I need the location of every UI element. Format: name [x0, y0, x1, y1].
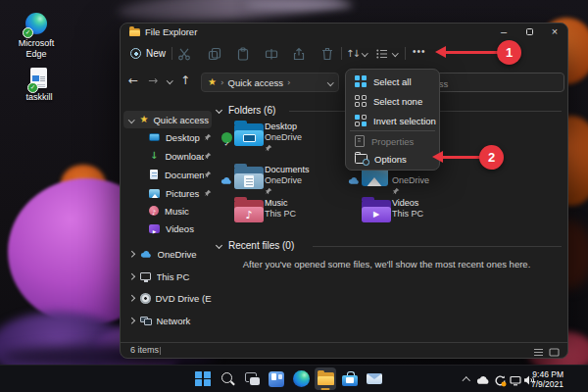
sync-tray-icon[interactable] — [494, 374, 507, 387]
sidebar-item-pictures[interactable]: Pictures — [123, 184, 212, 202]
share-button[interactable] — [292, 47, 306, 61]
recent-files-empty-message: After you've opened some files, we'll sh… — [212, 259, 562, 270]
recent-files-section-header[interactable]: Recent files (0) — [228, 240, 294, 251]
dvd-drive-icon — [140, 293, 151, 304]
title-bar[interactable]: File Explorer – × — [121, 24, 567, 40]
sidebar-item-documents[interactable]: Documents — [123, 166, 212, 183]
close-button[interactable]: × — [542, 24, 567, 40]
toolbar-divider — [172, 47, 172, 60]
tray-time: 9:46 PM — [520, 369, 564, 380]
chevron-down-icon — [392, 50, 398, 56]
tray-overflow-chevron[interactable] — [463, 377, 470, 385]
sidebar-item-dvd-drive[interactable]: DVD Drive (E:) ESD-I — [123, 289, 212, 307]
folders-section-header[interactable]: Folders (6) — [228, 105, 275, 116]
sidebar-item-quick-access[interactable]: ★ Quick access — [123, 111, 212, 128]
sidebar-item-this-pc[interactable]: This PC — [123, 268, 212, 285]
folders-section-chevron[interactable] — [216, 107, 222, 114]
taskbar-clock[interactable]: 9:46 PM 7/9/2021 — [520, 369, 564, 390]
folder-item-music[interactable]: ♪ Music This PC — [221, 197, 345, 236]
step-number-badge: 1 — [497, 40, 521, 65]
chevron-right-icon[interactable] — [128, 273, 134, 279]
store-taskbar-button[interactable] — [339, 368, 361, 390]
chevron-down-icon[interactable] — [327, 79, 333, 85]
sidebar-item-downloads[interactable]: ↓ Downloads — [123, 147, 212, 165]
folder-title: Desktop — [265, 122, 302, 132]
pictures-icon — [149, 189, 160, 198]
file-explorer-taskbar-button[interactable] — [315, 368, 336, 390]
task-view-icon — [244, 371, 261, 387]
large-icons-view-button[interactable] — [549, 347, 560, 356]
breadcrumb[interactable]: ★ › Quick access › — [201, 73, 339, 92]
chevron-right-icon[interactable] — [128, 318, 134, 323]
items-count: 6 items — [130, 343, 159, 358]
maximize-button[interactable] — [516, 24, 542, 40]
chevron-down-icon[interactable] — [128, 117, 134, 122]
see-more-button[interactable]: ••• — [413, 46, 426, 57]
recent-locations-chevron[interactable] — [167, 77, 172, 83]
menu-item-properties: Properties — [348, 132, 437, 150]
task-view-button[interactable] — [241, 368, 263, 390]
breadcrumb-root[interactable]: Quick access — [228, 77, 284, 88]
cloud-status-icon — [348, 176, 361, 185]
plus-icon — [130, 48, 141, 59]
folder-subtitle: This PC — [392, 209, 423, 220]
folder-title: Documents — [265, 165, 310, 175]
folder-title: Music — [265, 198, 296, 209]
view-button[interactable] — [375, 47, 389, 61]
pin-icon — [265, 144, 272, 152]
menu-item-select-all[interactable]: Select all — [348, 72, 437, 91]
search-button[interactable] — [217, 368, 238, 390]
paste-button[interactable] — [236, 47, 250, 61]
folder-subtitle: OneDrive — [265, 175, 310, 186]
new-button[interactable]: New — [130, 45, 166, 62]
widgets-icon — [269, 371, 284, 387]
onedrive-cloud-icon — [140, 250, 153, 259]
pin-icon — [392, 187, 400, 195]
copy-button[interactable] — [208, 47, 221, 61]
sidebar-item-desktop[interactable]: Desktop — [123, 128, 212, 146]
desktop-folder-icon — [234, 123, 264, 146]
music-icon — [149, 206, 159, 216]
rename-button[interactable] — [265, 47, 278, 61]
folder-item-desktop[interactable]: Desktop OneDrive — [221, 121, 345, 160]
toolbar-divider — [405, 47, 406, 60]
folder-subtitle: OneDrive — [265, 132, 302, 143]
delete-button[interactable] — [320, 47, 334, 61]
options-folder-gear-icon — [355, 154, 368, 164]
onedrive-tray-icon[interactable] — [476, 375, 491, 385]
minimize-button[interactable]: – — [491, 24, 516, 40]
chevron-right-icon[interactable] — [128, 251, 134, 257]
back-button[interactable]: ← — [128, 66, 138, 97]
this-pc-icon — [140, 272, 151, 280]
sidebar-item-music[interactable]: Music — [123, 202, 212, 220]
sidebar-item-onedrive[interactable]: OneDrive — [123, 245, 212, 263]
videos-icon — [149, 224, 160, 233]
desktop-screen: ✓ Microsoft Edge ✓ taskkill File Explore… — [0, 0, 588, 392]
sync-check-badge: ✓ — [23, 27, 33, 38]
arrow-shaft — [444, 51, 501, 55]
edge-taskbar-button[interactable] — [290, 368, 312, 390]
recent-files-section-chevron[interactable] — [216, 242, 222, 249]
microsoft-store-icon — [342, 371, 358, 386]
forward-button[interactable]: → — [148, 66, 158, 97]
menu-item-options[interactable]: Options — [348, 150, 437, 168]
music-folder-icon: ♪ — [234, 200, 264, 222]
chevron-right-icon[interactable] — [128, 295, 134, 301]
widgets-button[interactable] — [266, 368, 287, 390]
up-button[interactable]: ↑ — [180, 66, 190, 97]
details-view-button[interactable] — [533, 347, 544, 356]
tray-date: 7/9/2021 — [520, 379, 564, 390]
network-icon — [140, 317, 152, 325]
folder-item-videos[interactable]: ▶ Videos This PC — [349, 197, 472, 236]
menu-item-invert-selection[interactable]: Invert selection — [348, 111, 437, 130]
sort-button[interactable]: ↑↓ — [346, 48, 359, 59]
menu-item-select-none[interactable]: Select none — [348, 91, 437, 111]
properties-icon — [355, 135, 365, 147]
start-button[interactable] — [192, 368, 214, 390]
cloud-status-icon — [220, 176, 233, 185]
select-none-icon — [355, 95, 367, 107]
mail-taskbar-button[interactable] — [364, 368, 385, 390]
sidebar-item-videos[interactable]: Videos — [123, 220, 212, 237]
sidebar-item-network[interactable]: Network — [123, 312, 212, 329]
cut-button[interactable] — [177, 47, 191, 61]
